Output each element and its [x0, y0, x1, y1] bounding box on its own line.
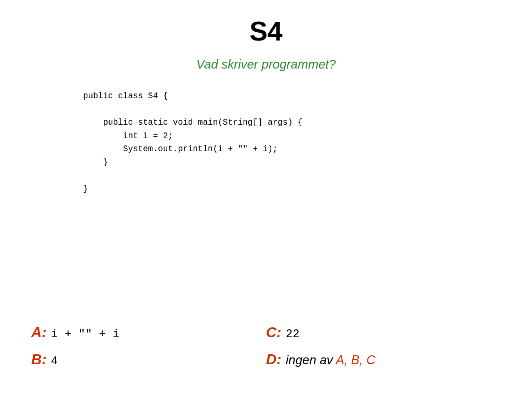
answer-d-letter: D:	[266, 351, 282, 368]
answer-d: D: ingen av A, B, C	[266, 351, 501, 368]
answer-b-letter: B:	[31, 351, 47, 368]
code-line-1: public class S4 {	[83, 90, 501, 103]
page: S4 Vad skriver programmet? public class …	[0, 0, 532, 399]
answer-b: B: 4	[31, 351, 266, 368]
page-title: S4	[31, 16, 501, 47]
answer-c: C: 22	[266, 324, 501, 341]
page-subtitle: Vad skriver programmet?	[31, 57, 501, 72]
code-line-2	[83, 103, 501, 117]
code-line-4: int i = 2;	[83, 130, 501, 143]
answer-d-highlight: A, B, C	[336, 353, 376, 367]
answer-a: A: i + "" + i	[31, 324, 266, 341]
answer-b-text: 4	[51, 355, 58, 368]
answer-c-letter: C:	[266, 324, 282, 341]
answer-c-text: 22	[286, 328, 299, 341]
code-block: public class S4 { public static void mai…	[83, 90, 501, 196]
answer-d-prefix: ingen av	[286, 353, 336, 367]
code-line-8: }	[83, 183, 501, 196]
answer-d-text: ingen av A, B, C	[286, 353, 376, 367]
code-line-7	[83, 170, 501, 183]
answers-section: A: i + "" + i C: 22 B: 4 D: ingen av A, …	[31, 324, 501, 368]
code-line-6: }	[83, 156, 501, 170]
answer-a-letter: A:	[31, 324, 47, 341]
code-line-5: System.out.println(i + "" + i);	[83, 143, 501, 156]
code-line-3: public static void main(String[] args) {	[83, 116, 501, 130]
answer-a-text: i + "" + i	[51, 328, 119, 341]
